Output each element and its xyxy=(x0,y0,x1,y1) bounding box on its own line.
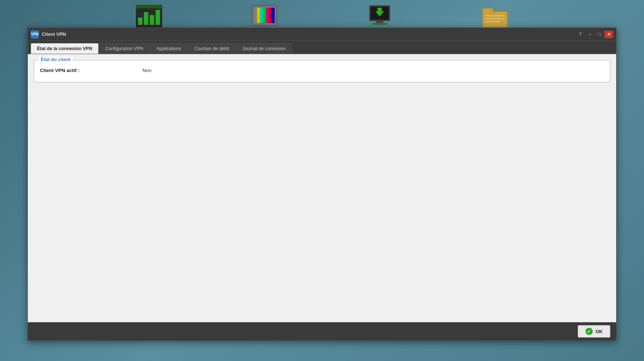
tab-bar: État de la connexion VPN Configuration V… xyxy=(28,41,616,54)
svg-rect-28 xyxy=(483,11,507,28)
svg-rect-9 xyxy=(257,8,260,23)
tab-etat-connexion[interactable]: État de la connexion VPN xyxy=(31,43,98,54)
footer: ✓ OK xyxy=(28,322,616,341)
vpn-actif-value: Non xyxy=(142,68,152,73)
desktop-icons xyxy=(92,2,552,31)
desktop-icon-tv[interactable] xyxy=(250,2,279,31)
svg-rect-15 xyxy=(261,26,267,27)
svg-rect-8 xyxy=(254,8,257,23)
svg-rect-4 xyxy=(150,15,154,25)
svg-rect-2 xyxy=(138,18,142,25)
svg-rect-19 xyxy=(377,8,382,13)
svg-rect-10 xyxy=(260,8,263,23)
window-title: Client VPN xyxy=(42,31,576,37)
desktop-icon-folder[interactable] xyxy=(480,2,510,31)
svg-rect-13 xyxy=(269,8,272,23)
svg-rect-14 xyxy=(272,8,275,23)
content-area: État du client Client VPN actif : Non xyxy=(28,54,616,322)
svg-point-24 xyxy=(379,25,381,27)
svg-rect-31 xyxy=(485,15,505,16)
svg-rect-3 xyxy=(144,12,148,25)
maximize-button[interactable]: □ xyxy=(595,31,604,38)
app-icon: VPN xyxy=(31,30,39,38)
ok-checkmark-icon: ✓ xyxy=(585,328,593,335)
svg-rect-12 xyxy=(266,8,269,23)
tab-configuration-vpn[interactable]: Configuration VPN xyxy=(99,43,150,54)
svg-rect-20 xyxy=(376,21,383,23)
section-title: État du client xyxy=(38,57,73,62)
svg-rect-33 xyxy=(485,21,500,22)
etat-client-group: État du client Client VPN actif : Non xyxy=(34,60,610,82)
vpn-actif-label: Client VPN actif : xyxy=(40,68,142,73)
tab-journal-connexion[interactable]: Journal de connexion xyxy=(236,43,292,54)
svg-rect-32 xyxy=(485,18,505,19)
ok-button[interactable]: ✓ OK xyxy=(578,325,611,338)
svg-rect-5 xyxy=(156,10,160,25)
titlebar: VPN Client VPN ? – □ ✕ xyxy=(28,28,616,41)
tab-applications[interactable]: Applications xyxy=(150,43,187,54)
window-controls: ? – □ ✕ xyxy=(576,31,613,38)
desktop-icon-barchart[interactable] xyxy=(134,2,164,31)
svg-rect-30 xyxy=(483,8,493,13)
dialog-window: VPN Client VPN ? – □ ✕ État de la connex… xyxy=(27,27,617,341)
svg-rect-11 xyxy=(263,8,266,23)
help-button[interactable]: ? xyxy=(576,31,585,38)
vpn-actif-row: Client VPN actif : Non xyxy=(40,65,604,76)
tab-courbes-debit[interactable]: Courbes de débit xyxy=(188,43,235,54)
desktop-icon-network[interactable] xyxy=(365,2,394,31)
svg-rect-1 xyxy=(136,5,162,8)
close-button[interactable]: ✕ xyxy=(604,31,613,38)
minimize-button[interactable]: – xyxy=(585,31,594,38)
